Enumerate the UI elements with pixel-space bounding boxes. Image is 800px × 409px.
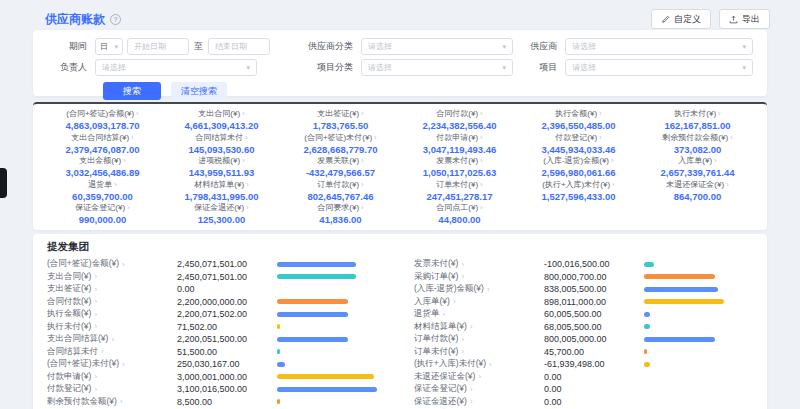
group-row-label[interactable]: 支出签证(¥)› — [47, 283, 177, 295]
start-date-input[interactable] — [127, 38, 189, 55]
metric-label[interactable]: 进项税额(¥)› — [198, 155, 244, 166]
metric-card[interactable]: 支出合同结算(¥)›2,379,476,087.00 — [43, 132, 162, 156]
group-row-label[interactable]: 采购订单(¥)› — [414, 271, 544, 283]
edit-icon — [661, 15, 670, 24]
metric-label[interactable]: 材料结算单(¥)› — [194, 179, 248, 190]
metric-card[interactable]: 合同点工(¥)›44,800.00 — [400, 202, 519, 226]
group-row-label[interactable]: (合同+签证)未付(¥)› — [47, 358, 177, 370]
metric-card[interactable]: 保证金登记(¥)›990,000.00 — [43, 202, 162, 226]
metric-card[interactable]: 支出签证(¥)›1,783,765.50 — [281, 108, 400, 132]
group-row-label[interactable]: 材料结算单(¥)› — [414, 321, 544, 333]
group-row-label[interactable]: 付款申请(¥)› — [47, 371, 177, 383]
supplier-select[interactable]: 请选择 ▾ — [565, 38, 753, 55]
export-button[interactable]: 导出 — [719, 9, 770, 29]
metric-label[interactable]: 支出金额(¥)› — [79, 155, 125, 166]
group-row-label[interactable]: 执行未付(¥)› — [47, 321, 177, 333]
metric-card[interactable]: (执行+入库)未付(¥)›1,527,596,433.00 — [519, 179, 638, 203]
metric-label[interactable]: 订单未付(¥)› — [436, 179, 482, 190]
sidebar-expand-handle[interactable] — [0, 168, 7, 198]
group-row-label[interactable]: 合同结算未付› — [47, 346, 177, 358]
project-select[interactable]: 请选择 ▾ — [565, 59, 753, 76]
bar-track — [277, 262, 386, 267]
metric-label[interactable]: 支出合同(¥)› — [198, 108, 244, 119]
metric-card[interactable]: (合同+签证)金额(¥)›4,863,093,178.70 — [43, 108, 162, 132]
metric-card[interactable]: 退货单›60,359,700.00 — [43, 179, 162, 203]
metric-card[interactable]: 材料结算单(¥)›1,798,431,995.00 — [162, 179, 281, 203]
metric-label[interactable]: 执行未付(¥)› — [674, 108, 720, 119]
metric-card[interactable]: 剩余预付款金额(¥)›373,082.00 — [638, 132, 757, 156]
metric-label[interactable]: (合同+签证)未付(¥)› — [304, 132, 376, 143]
metric-label[interactable]: 支出签证(¥)› — [317, 108, 363, 119]
metric-label[interactable]: 执行金额(¥)› — [555, 108, 601, 119]
metric-card[interactable]: 合同付款(¥)›2,234,382,556.40 — [400, 108, 519, 132]
metric-card[interactable]: (入库-退货)金额(¥)›2,596,980,061.66 — [519, 155, 638, 179]
group-row-label[interactable]: 退货单› — [414, 308, 544, 320]
metric-card[interactable]: 发票未付(¥)›1,050,117,025.63 — [400, 155, 519, 179]
metric-card[interactable]: 支出合同(¥)›4,661,309,413.20 — [162, 108, 281, 132]
group-row-label[interactable]: (入库-退货)金额(¥)› — [414, 283, 544, 295]
customize-button[interactable]: 自定义 — [651, 9, 711, 29]
supplier-category-select[interactable]: 请选择 ▾ — [361, 38, 513, 55]
group-row-label[interactable]: 订单付款(¥)› — [414, 333, 544, 345]
metric-card[interactable]: 订单未付(¥)›247,451,278.17 — [400, 179, 519, 203]
metric-card[interactable]: 保证金退还(¥)›125,300.00 — [162, 202, 281, 226]
group-row-label[interactable]: 合同付款(¥)› — [47, 296, 177, 308]
metric-label[interactable]: 退货单› — [88, 179, 117, 190]
group-row-label[interactable]: 支出合同结算(¥)› — [47, 333, 177, 345]
metric-card[interactable]: 执行未付(¥)›162,167,851.00 — [638, 108, 757, 132]
chevron-right-icon: › — [480, 133, 483, 142]
metric-label[interactable]: 发票关联(¥)› — [317, 155, 363, 166]
metric-card[interactable]: (合同+签证)未付(¥)›2,628,668,779.70 — [281, 132, 400, 156]
metric-label[interactable]: 未退还保证金(¥)› — [666, 179, 728, 190]
metric-label[interactable]: 合同要求(¥)› — [317, 202, 363, 213]
metric-card[interactable]: 进项税额(¥)›143,959,511.93 — [162, 155, 281, 179]
metric-label[interactable]: 剩余预付款金额(¥)› — [662, 132, 732, 143]
clear-search-button[interactable]: 清空搜索 — [171, 82, 227, 100]
metric-card[interactable]: 未退还保证金(¥)›864,700.00 — [638, 179, 757, 203]
group-row-label[interactable]: 保证金登记(¥)› — [414, 383, 544, 395]
group-row-label[interactable]: 发票未付(¥)› — [414, 258, 544, 270]
group-row-label[interactable]: (执行+入库)未付(¥)› — [414, 358, 544, 370]
metric-label[interactable]: 保证金登记(¥)› — [75, 202, 129, 213]
metric-card[interactable]: 发票关联(¥)›-432,479,566.57 — [281, 155, 400, 179]
metric-label[interactable]: 合同付款(¥)› — [436, 108, 482, 119]
group-row-label[interactable]: 保证金退还(¥)› — [414, 396, 544, 408]
metric-label[interactable]: 订单付款(¥)› — [317, 179, 363, 190]
metric-label[interactable]: 保证金退还(¥)› — [194, 202, 248, 213]
metric-card[interactable]: 订单付款(¥)›802,645,767.46 — [281, 179, 400, 203]
metric-label[interactable]: 合同点工(¥)› — [436, 202, 482, 213]
group-row: 保证金退还(¥)›0.00 — [414, 396, 753, 409]
group-row-label[interactable]: 未退还保证金(¥)› — [414, 371, 544, 383]
group-row-label[interactable]: (合同+签证)金额(¥)› — [47, 258, 177, 270]
owner-select[interactable]: 请选择 ▾ — [95, 59, 257, 76]
metric-card[interactable]: 执行金额(¥)›2,396,550,485.00 — [519, 108, 638, 132]
metric-card[interactable]: 付款登记(¥)›3,445,934,033.46 — [519, 132, 638, 156]
help-icon[interactable]: ? — [110, 14, 121, 25]
metric-label[interactable]: (合同+签证)金额(¥)› — [66, 108, 138, 119]
metric-card[interactable]: 支出金额(¥)›3,032,456,486.89 — [43, 155, 162, 179]
group-row-label[interactable]: 订单未付(¥)› — [414, 346, 544, 358]
metric-label[interactable]: (入库-退货)金额(¥)› — [543, 155, 613, 166]
group-row: 支出合同结算(¥)›2,200,051,500.00 — [47, 333, 386, 346]
group-row-label[interactable]: 入库单(¥)› — [414, 296, 544, 308]
metric-label[interactable]: 付款登记(¥)› — [555, 132, 601, 143]
metric-label[interactable]: 支出合同结算(¥)› — [71, 132, 133, 143]
group-row-label[interactable]: 付款登记(¥)› — [47, 383, 177, 395]
metric-label[interactable]: 付款申请(¥)› — [436, 132, 482, 143]
bar-track — [277, 337, 386, 342]
metric-label[interactable]: 入库单(¥)› — [678, 155, 716, 166]
metric-card[interactable]: 入库单(¥)›2,657,339,761.44 — [638, 155, 757, 179]
metric-label[interactable]: (执行+入库)未付(¥)› — [542, 179, 614, 190]
group-row-label[interactable]: 支出合同(¥)› — [47, 271, 177, 283]
period-type-select[interactable]: 日 ▾ — [95, 38, 123, 55]
search-button[interactable]: 搜索 — [103, 82, 161, 100]
metric-card[interactable]: 合同结算未付›145,093,530.60 — [162, 132, 281, 156]
metric-label[interactable]: 合同结算未付› — [195, 132, 248, 143]
metric-card[interactable]: 付款申请(¥)›3,047,119,493.46 — [400, 132, 519, 156]
metric-card[interactable]: 合同要求(¥)›41,836.00 — [281, 202, 400, 226]
end-date-input[interactable] — [208, 38, 270, 55]
group-row-label[interactable]: 执行金额(¥)› — [47, 308, 177, 320]
group-row-label[interactable]: 剩余预付款金额(¥)› — [47, 396, 177, 408]
project-category-select[interactable]: 请选择 ▾ — [361, 59, 513, 76]
metric-label[interactable]: 发票未付(¥)› — [436, 155, 482, 166]
